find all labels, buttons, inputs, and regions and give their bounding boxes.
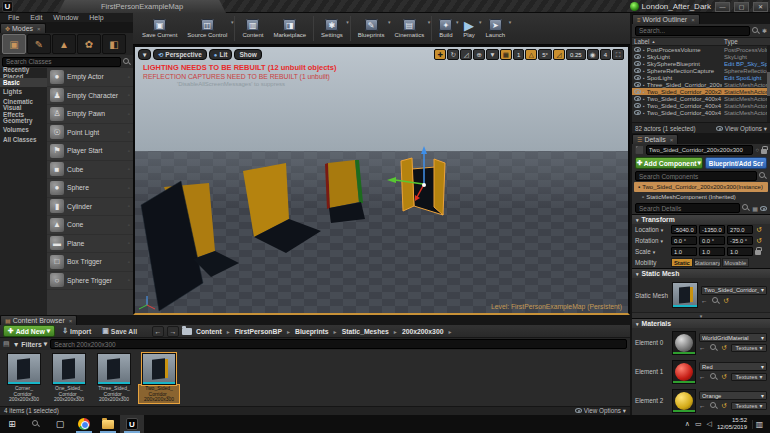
lock-icon[interactable] <box>761 149 767 154</box>
visibility-eye-icon[interactable] <box>634 110 641 115</box>
outliner-view-options[interactable]: View Options▾ <box>716 125 767 132</box>
rotation-snap-value[interactable]: 5° <box>538 49 552 60</box>
scale-x-field[interactable]: 1.0 <box>671 247 697 256</box>
visibility-eye-icon[interactable] <box>634 75 641 80</box>
start-button[interactable]: ⊞ <box>0 415 24 433</box>
world-local-toggle[interactable]: ⊕ <box>473 49 485 60</box>
rotation-y-field[interactable]: 0.0 ° <box>699 236 725 245</box>
outliner-row[interactable]: ▪Two_Sided_Corridor_400x4StaticMeshActor <box>632 95 770 102</box>
translate-tool-button[interactable]: ✚ <box>434 49 446 60</box>
content-browser-tab[interactable]: ▤Content Browser× <box>0 315 77 325</box>
map-tab[interactable]: FirstPersonExampleMap <box>58 0 226 13</box>
reset-icon[interactable]: ↺ <box>756 237 762 245</box>
material-select[interactable]: Red▾ <box>699 362 767 371</box>
mobility-stationary-button[interactable]: Stationary <box>694 258 721 267</box>
circle-icon[interactable]: ○ <box>755 147 759 153</box>
breadcrumb-firstpersonbp[interactable]: FirstPersonBP <box>234 328 283 335</box>
textures-dropdown[interactable]: Textures▾ <box>731 344 767 352</box>
use-selected-icon[interactable]: ← <box>699 344 706 352</box>
maximize-viewport-button[interactable]: ⛶ <box>612 49 624 60</box>
outliner-row[interactable]: ▪Two_Sided_Corridor_400x4StaticMeshActor <box>632 109 770 116</box>
build-button[interactable]: ✦Build▾ <box>434 13 457 44</box>
component-row-inherited[interactable]: ▫StaticMeshComponent (Inherited) <box>632 192 770 202</box>
mobility-movable-button[interactable]: Movable <box>722 258 749 267</box>
use-selected-icon[interactable]: ← <box>699 402 706 410</box>
minimize-button[interactable]: — <box>715 2 730 12</box>
outliner-row[interactable]: ▪Three_Sided_Corridor_200x200x300StaticM… <box>632 81 770 88</box>
blueprints-button[interactable]: ✎Blueprints▾ <box>353 13 390 44</box>
lit-button[interactable]: ●Lit <box>209 49 233 60</box>
explorer-taskbar-button[interactable] <box>96 415 120 433</box>
sources-panel-icon[interactable]: ▤ <box>3 340 10 348</box>
visibility-eye-icon[interactable] <box>634 89 641 94</box>
list-item-sphere-trigger[interactable]: ○Sphere Trigger◦ <box>47 272 133 291</box>
close-button[interactable]: ✕ <box>753 2 768 12</box>
menu-file[interactable]: File <box>3 14 24 21</box>
forward-button[interactable]: → <box>167 326 179 337</box>
transform-section-header[interactable]: ▾Transform <box>632 214 770 224</box>
blueprint-add-script-button[interactable]: Blueprint/Add Scr <box>705 157 767 169</box>
outliner-row[interactable]: ▪SkySphereBlueprintEdit BP_Sky_Sphere <box>632 60 770 67</box>
breadcrumb-static-meshes[interactable]: Static_Meshes <box>341 328 390 335</box>
use-selected-icon[interactable]: ← <box>699 373 706 381</box>
location-x-field[interactable]: -5040.0 <box>671 225 697 234</box>
cinematics-button[interactable]: ▤Cinematics▾ <box>389 13 429 44</box>
outliner-row[interactable]: ▪Two_Sided_Corridor_400x4StaticMeshActor <box>632 102 770 109</box>
landscape-mode-button[interactable]: ▲ <box>52 34 76 54</box>
content-button[interactable]: ▥Content <box>237 13 268 44</box>
static-mesh-section-header[interactable]: ▾Static Mesh <box>632 268 770 278</box>
content-search-input[interactable] <box>50 339 627 349</box>
list-item-empty-pawn[interactable]: ♙Empty Pawn◦ <box>47 105 133 124</box>
source-control-button[interactable]: ◫Source Control▾ <box>182 13 232 44</box>
task-view-button[interactable]: ▢ <box>48 415 72 433</box>
category-volumes[interactable]: Volumes <box>0 125 47 135</box>
breadcrumb-blueprints[interactable]: Blueprints <box>294 328 330 335</box>
viewport-options-button[interactable]: ▾ <box>138 49 151 60</box>
use-selected-icon[interactable]: ← <box>701 297 708 305</box>
outliner-row[interactable]: ▪SpotLightEdit SpotLight <box>632 74 770 81</box>
scale-snap-value[interactable]: 0.25 <box>566 49 586 60</box>
eye-icon[interactable] <box>760 206 767 211</box>
search-components-input[interactable] <box>635 171 757 181</box>
close-icon[interactable]: × <box>691 17 695 23</box>
browse-icon[interactable] <box>710 344 718 352</box>
scale-tool-button[interactable]: ◿ <box>460 49 472 60</box>
modes-tab[interactable]: ✥Modes× <box>0 23 46 33</box>
actor-name-input[interactable] <box>646 145 754 155</box>
close-icon[interactable]: × <box>69 318 73 324</box>
list-item-box-trigger[interactable]: □Box Trigger◦ <box>47 253 133 272</box>
asset-tile-three-sided-corridor[interactable]: Three_Sided_ Corridor_ 200x200x300 <box>94 353 134 403</box>
scale-snap-button[interactable]: ◿ <box>553 49 565 60</box>
visibility-eye-icon[interactable] <box>634 68 641 73</box>
category-lights[interactable]: Lights <box>0 87 47 97</box>
materials-section-header[interactable]: ▾Materials <box>632 318 770 328</box>
play-button[interactable]: ▶Play▾ <box>458 13 481 44</box>
browse-icon[interactable] <box>710 402 718 410</box>
grid-snap-value[interactable]: 1 <box>513 49 524 60</box>
edit-spotlight-link[interactable]: Edit SpotLight <box>724 75 768 81</box>
outliner-search-input[interactable] <box>635 26 750 36</box>
caret-down-icon[interactable]: ▾ <box>660 238 663 244</box>
reset-icon[interactable]: ↺ <box>722 344 727 352</box>
material-thumbnail[interactable] <box>672 331 696 355</box>
list-item-cube[interactable]: ■Cube◦ <box>47 161 133 180</box>
outliner-header[interactable]: Label▲ Type <box>632 37 770 46</box>
save-current-button[interactable]: ▣Save Current <box>137 13 182 44</box>
grid-snap-button[interactable]: ▦ <box>500 49 512 60</box>
outliner-row-selected[interactable]: ▪Two_Sided_Corridor_200x200x300StaticMes… <box>632 88 770 95</box>
outliner-filter-icon[interactable]: ✱ <box>762 27 767 34</box>
menu-window[interactable]: Window <box>48 14 83 21</box>
breadcrumb-content[interactable]: Content <box>195 328 223 335</box>
add-component-button[interactable]: ✚Add Component▾ <box>635 157 703 169</box>
list-item-empty-character[interactable]: ♟Empty Character◦ <box>47 87 133 106</box>
list-item-cylinder[interactable]: ▮Cylinder◦ <box>47 198 133 217</box>
scale-lock-icon[interactable] <box>755 250 761 255</box>
list-item-player-start[interactable]: ⚑Player Start◦ <box>47 142 133 161</box>
rotate-tool-button[interactable]: ↻ <box>447 49 459 60</box>
caret-down-icon[interactable]: ▾ <box>653 249 656 255</box>
textures-dropdown[interactable]: Textures▾ <box>731 373 767 381</box>
save-all-button[interactable]: ▣Save All <box>98 325 141 337</box>
world-outliner-tab[interactable]: ≡World Outliner× <box>632 14 700 24</box>
outliner-row[interactable]: ▪PostProcessVolumePostProcessVolume <box>632 46 770 53</box>
level-viewport[interactable]: ▾ ⟲Perspective ●Lit Show ✚ ↻ ◿ ⊕ ▼ ▦ 1 △… <box>133 45 630 315</box>
